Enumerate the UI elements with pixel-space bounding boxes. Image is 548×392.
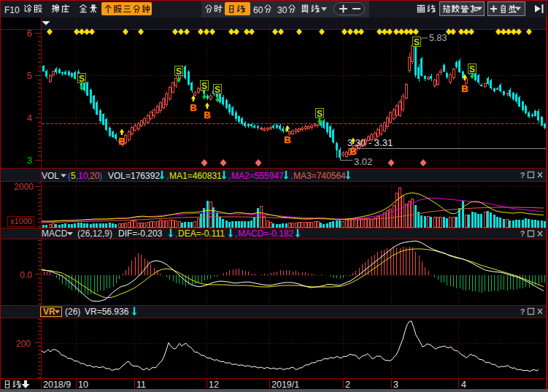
svg-text:VR: VR xyxy=(43,307,55,317)
svg-text:,: , xyxy=(228,171,231,181)
svg-text:S: S xyxy=(317,109,323,119)
svg-text:x1000: x1000 xyxy=(10,217,32,226)
svg-text:3.02: 3.02 xyxy=(354,156,372,167)
svg-text:3.30 - 3.31: 3.30 - 3.31 xyxy=(347,137,393,148)
svg-text:200: 200 xyxy=(16,339,31,349)
svg-text:S: S xyxy=(79,74,85,84)
svg-text:B: B xyxy=(204,109,210,120)
svg-text:(26,12,9): (26,12,9) xyxy=(77,228,112,239)
svg-text:(26): (26) xyxy=(65,307,80,317)
svg-text:10: 10 xyxy=(78,171,88,181)
svg-text:B: B xyxy=(118,136,125,147)
svg-text:3: 3 xyxy=(393,380,398,390)
svg-text:F10: F10 xyxy=(4,5,20,15)
svg-text:3: 3 xyxy=(27,155,32,166)
svg-text:DEA=-0.111: DEA=-0.111 xyxy=(178,228,225,239)
svg-text:S: S xyxy=(176,66,182,77)
svg-text:B: B xyxy=(284,134,290,145)
svg-text:VOL: VOL xyxy=(42,171,59,181)
svg-text:,: , xyxy=(166,171,169,181)
svg-text:VOL=176392: VOL=176392 xyxy=(108,171,160,181)
svg-text:10: 10 xyxy=(78,380,88,390)
svg-text:S: S xyxy=(414,37,420,47)
svg-text:,: , xyxy=(290,171,293,181)
svg-text:MACD=-0.182: MACD=-0.182 xyxy=(238,228,294,239)
svg-text:?: ? xyxy=(520,307,525,316)
svg-text:2000: 2000 xyxy=(14,182,34,192)
svg-text:0.0: 0.0 xyxy=(20,270,32,280)
svg-text:12: 12 xyxy=(209,380,219,390)
svg-text:2018/9: 2018/9 xyxy=(43,380,71,390)
svg-text:30: 30 xyxy=(277,5,287,15)
svg-text:MA3=740564: MA3=740564 xyxy=(293,171,346,181)
svg-text:4: 4 xyxy=(27,112,32,123)
svg-text:S: S xyxy=(201,81,207,91)
svg-text:6: 6 xyxy=(27,28,32,39)
svg-text:2019/1: 2019/1 xyxy=(271,380,299,390)
svg-text:,: , xyxy=(175,228,177,239)
svg-text:?: ? xyxy=(520,171,525,180)
svg-text:MA2=555947: MA2=555947 xyxy=(231,171,284,181)
svg-text:20: 20 xyxy=(90,171,100,181)
svg-text:5.83: 5.83 xyxy=(429,33,447,43)
svg-text:DIF=-0.203: DIF=-0.203 xyxy=(118,228,163,239)
svg-text:2: 2 xyxy=(345,380,350,390)
svg-text:?: ? xyxy=(520,229,525,238)
svg-text:MACD: MACD xyxy=(42,228,68,239)
svg-text:VR=56.936: VR=56.936 xyxy=(85,307,129,317)
svg-text:): ) xyxy=(99,171,102,181)
svg-text:11: 11 xyxy=(136,380,146,390)
svg-text:S: S xyxy=(469,64,475,74)
svg-text:5: 5 xyxy=(71,171,76,181)
svg-text:4: 4 xyxy=(461,380,466,390)
svg-text:B: B xyxy=(190,102,196,113)
svg-text:S: S xyxy=(215,85,220,95)
svg-text:60: 60 xyxy=(253,5,263,15)
svg-text:MA1=460831: MA1=460831 xyxy=(169,171,222,181)
svg-text:B: B xyxy=(461,83,468,94)
svg-text:,: , xyxy=(235,228,237,239)
svg-text:5: 5 xyxy=(27,70,32,81)
